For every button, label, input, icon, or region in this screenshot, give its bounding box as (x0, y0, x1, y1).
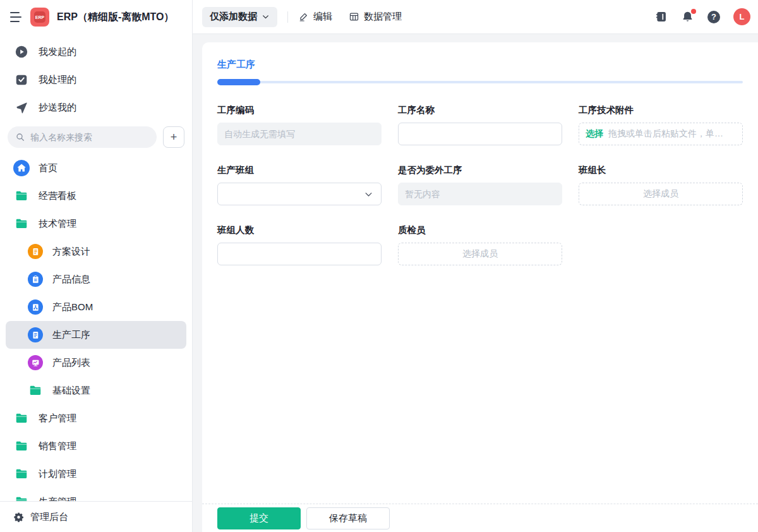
admin-backend-link[interactable]: 管理后台 (0, 501, 192, 532)
sidebar-item-sales-mgmt[interactable]: 销售管理 (6, 432, 186, 460)
table-icon (349, 11, 359, 22)
pencil-icon (298, 11, 309, 22)
folder-icon (27, 384, 44, 397)
sidebar-item-tech-mgmt[interactable]: 技术管理 (6, 210, 186, 238)
add-data-mode-label: 仅添加数据 (210, 11, 257, 23)
chevron-down-icon (262, 13, 270, 21)
edit-label: 编辑 (313, 11, 332, 23)
toolbar-divider (287, 11, 288, 23)
app-logo: ERP (30, 8, 49, 27)
data-manage-label: 数据管理 (364, 11, 402, 23)
add-data-mode-button[interactable]: 仅添加数据 (202, 7, 277, 27)
sidebar-item-label: 我处理的 (39, 74, 76, 86)
production-team-select[interactable] (217, 183, 382, 205)
sidebar-item-initiated[interactable]: 我发起的 (6, 38, 186, 66)
team-leader-member-picker[interactable]: 选择成员 (579, 183, 743, 205)
sidebar: ERP ERP（精细版-离散MTO） 我发起的 我处理的 (0, 0, 193, 532)
field-tech-attachment: 工序技术附件 选择 拖拽或单击后粘贴文件，单… (579, 104, 743, 145)
journal-icon[interactable] (654, 10, 668, 23)
form-grid: 工序编码 工序名称 工序技术附件 选择 拖拽或单击后粘贴文件，单… (217, 104, 743, 265)
sidebar-item-label: 技术管理 (39, 218, 76, 230)
sidebar-item-cc[interactable]: 抄送我的 (6, 94, 186, 121)
field-label: 班组长 (579, 164, 743, 176)
sidebar-item-product-bom[interactable]: 产品BOM (6, 293, 186, 321)
sidebar-body: 我发起的 我处理的 抄送我的 + (0, 34, 192, 501)
add-app-button[interactable]: + (163, 126, 184, 148)
sidebar-item-label: 经营看板 (39, 190, 76, 202)
clipboard-icon (28, 272, 43, 287)
field-team-leader: 班组长 选择成员 (579, 164, 743, 205)
field-label: 工序名称 (398, 104, 562, 116)
sidebar-item-label: 基础设置 (52, 385, 90, 397)
form-progress-bar (217, 79, 743, 85)
app-window: ERP ERP（精细版-离散MTO） 我发起的 我处理的 (0, 0, 758, 532)
field-process-code: 工序编码 (217, 104, 382, 145)
sidebar-item-home[interactable]: 首页 (6, 154, 186, 182)
sidebar-search-row: + (8, 126, 184, 148)
sidebar-item-product-list[interactable]: 产品列表 (6, 349, 186, 377)
upload-hint: 拖拽或单击后粘贴文件，单… (608, 128, 723, 140)
sidebar-item-label: 首页 (39, 162, 57, 174)
member-picker-placeholder: 选择成员 (643, 188, 678, 200)
doc-icon (28, 244, 43, 259)
user-avatar[interactable]: L (733, 8, 750, 25)
topbar: 仅添加数据 编辑 数据管理 (193, 0, 758, 34)
admin-backend-label: 管理后台 (30, 511, 68, 523)
folder-icon (13, 217, 30, 231)
outsourced-input (398, 183, 562, 205)
search-box[interactable] (8, 126, 157, 148)
folder-icon (13, 467, 30, 481)
sidebar-item-label: 生产管理 (39, 496, 76, 502)
sidebar-item-label: 产品列表 (52, 357, 90, 369)
field-label: 是否为委外工序 (398, 164, 562, 176)
field-label: 工序技术附件 (579, 104, 743, 116)
sidebar-item-product-info[interactable]: 产品信息 (6, 265, 186, 293)
task-box-icon (13, 73, 30, 87)
attachment-upload-box[interactable]: 选择 拖拽或单击后粘贴文件，单… (579, 123, 743, 145)
field-process-name: 工序名称 (398, 104, 562, 145)
help-icon[interactable] (707, 11, 720, 23)
upload-select-link[interactable]: 选择 (586, 128, 603, 140)
sidebar-item-customer-mgmt[interactable]: 客户管理 (6, 404, 186, 432)
tab-production-process[interactable]: 生产工序 (217, 59, 255, 71)
field-label: 班组人数 (217, 224, 382, 236)
sidebar-item-production-mgmt[interactable]: 生产管理 (6, 488, 186, 501)
headcount-input[interactable] (217, 243, 382, 265)
sidebar-item-label: 生产工序 (52, 329, 90, 341)
form-area: 生产工序 工序编码 工序名称 (202, 42, 758, 504)
app-logo-text: ERP (34, 11, 45, 23)
folder-icon (13, 495, 30, 501)
sidebar-item-basic-settings[interactable]: 基础设置 (6, 377, 186, 404)
sidebar-item-production-process[interactable]: 生产工序 (6, 321, 186, 349)
sidebar-item-label: 销售管理 (39, 440, 76, 452)
content-wrap: 生产工序 工序编码 工序名称 (193, 34, 758, 532)
collapse-sidebar-icon[interactable] (10, 12, 23, 22)
submit-button[interactable]: 提交 (217, 507, 301, 529)
sidebar-item-label: 客户管理 (39, 413, 76, 425)
process-name-input[interactable] (398, 123, 562, 145)
inspector-member-picker[interactable]: 选择成员 (398, 243, 562, 265)
field-production-team: 生产班组 (217, 164, 382, 205)
folder-icon (13, 439, 30, 453)
sidebar-item-scheme-design[interactable]: 方案设计 (6, 238, 186, 265)
sidebar-header: ERP ERP（精细版-离散MTO） (0, 0, 192, 34)
folder-icon (13, 189, 30, 203)
notification-dot (691, 9, 696, 14)
gear-icon (13, 512, 24, 523)
save-draft-button[interactable]: 保存草稿 (306, 507, 390, 529)
field-outsourced: 是否为委外工序 (398, 164, 562, 205)
search-input[interactable] (30, 132, 149, 142)
main-area: 仅添加数据 编辑 数据管理 (193, 0, 758, 532)
bom-icon (28, 299, 43, 315)
notification-bell-icon[interactable] (681, 10, 694, 23)
data-manage-button[interactable]: 数据管理 (349, 11, 402, 23)
sidebar-item-processed[interactable]: 我处理的 (6, 66, 186, 94)
sidebar-item-dashboard[interactable]: 经营看板 (6, 182, 186, 210)
edit-button[interactable]: 编辑 (298, 11, 332, 23)
sidebar-item-plan-mgmt[interactable]: 计划管理 (6, 460, 186, 488)
field-label: 生产班组 (217, 164, 382, 176)
sidebar-item-label: 产品信息 (52, 274, 90, 286)
sidebar-item-label: 产品BOM (52, 301, 93, 313)
doc-icon (28, 327, 43, 342)
search-icon (15, 132, 25, 142)
